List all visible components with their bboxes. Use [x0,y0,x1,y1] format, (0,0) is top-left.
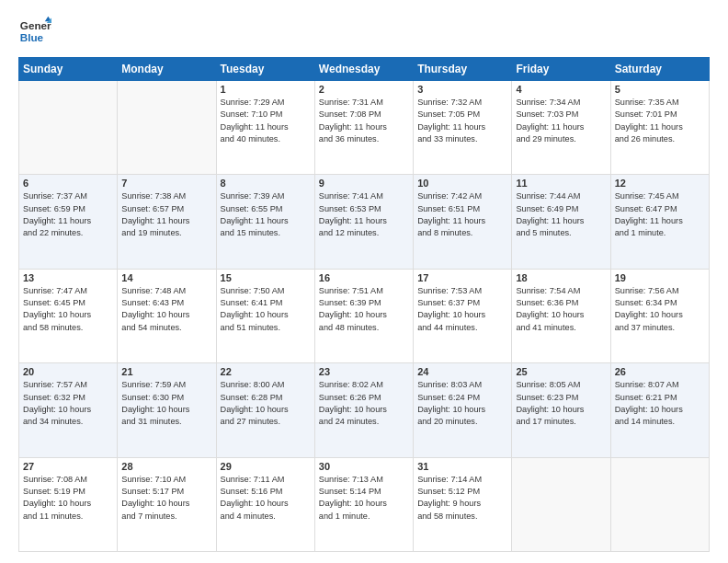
day-info: Sunrise: 7:37 AMSunset: 6:59 PMDaylight:… [23,190,113,239]
day-info: Sunrise: 8:02 AMSunset: 6:26 PMDaylight:… [319,379,409,428]
day-number: 2 [319,84,409,95]
svg-text:Blue: Blue [20,31,44,43]
weekday-header-wednesday: Wednesday [314,58,413,81]
header: General Blue [18,15,710,48]
weekday-header-thursday: Thursday [414,58,512,81]
day-number: 5 [615,84,705,95]
day-info: Sunrise: 7:42 AMSunset: 6:51 PMDaylight:… [417,190,507,239]
calendar-cell: 15Sunrise: 7:50 AMSunset: 6:41 PMDayligh… [216,269,314,362]
weekday-header-saturday: Saturday [610,58,709,81]
day-number: 1 [221,84,311,95]
day-info: Sunrise: 7:53 AMSunset: 6:37 PMDaylight:… [417,285,507,334]
day-info: Sunrise: 8:00 AMSunset: 6:28 PMDaylight:… [221,379,311,428]
calendar-cell: 26Sunrise: 8:07 AMSunset: 6:21 PMDayligh… [610,363,709,457]
day-number: 3 [417,84,507,95]
day-info: Sunrise: 7:45 AMSunset: 6:47 PMDaylight:… [615,190,705,239]
week-row-1: 1Sunrise: 7:29 AMSunset: 7:10 PMDaylight… [19,81,710,175]
week-row-3: 13Sunrise: 7:47 AMSunset: 6:45 PMDayligh… [19,269,710,362]
calendar-cell: 30Sunrise: 7:13 AMSunset: 5:14 PMDayligh… [314,457,413,551]
day-info: Sunrise: 7:44 AMSunset: 6:49 PMDaylight:… [516,190,606,239]
weekday-header-friday: Friday [512,58,610,81]
calendar-cell: 10Sunrise: 7:42 AMSunset: 6:51 PMDayligh… [414,175,512,269]
calendar-cell: 13Sunrise: 7:47 AMSunset: 6:45 PMDayligh… [19,269,118,362]
calendar-cell: 2Sunrise: 7:31 AMSunset: 7:08 PMDaylight… [314,81,413,175]
logo-icon: General Blue [18,15,51,48]
calendar-cell [610,457,709,551]
week-row-5: 27Sunrise: 7:08 AMSunset: 5:19 PMDayligh… [19,457,710,551]
day-number: 19 [615,272,705,283]
calendar-cell: 24Sunrise: 8:03 AMSunset: 6:24 PMDayligh… [414,363,512,457]
day-info: Sunrise: 7:14 AMSunset: 5:12 PMDaylight:… [417,474,507,523]
day-info: Sunrise: 7:13 AMSunset: 5:14 PMDaylight:… [319,474,409,523]
calendar-cell: 22Sunrise: 8:00 AMSunset: 6:28 PMDayligh… [216,363,314,457]
calendar-cell: 14Sunrise: 7:48 AMSunset: 6:43 PMDayligh… [118,269,216,362]
calendar-cell: 4Sunrise: 7:34 AMSunset: 7:03 PMDaylight… [512,81,610,175]
calendar-cell [512,457,610,551]
day-number: 22 [221,366,311,377]
calendar-cell: 1Sunrise: 7:29 AMSunset: 7:10 PMDaylight… [216,81,314,175]
day-number: 25 [516,366,606,377]
day-number: 9 [319,178,409,189]
calendar-cell: 31Sunrise: 7:14 AMSunset: 5:12 PMDayligh… [414,457,512,551]
page: General Blue SundayMondayTuesdayWednesda… [0,0,728,563]
weekday-header-monday: Monday [118,58,216,81]
weekday-header-sunday: Sunday [19,58,118,81]
day-info: Sunrise: 8:07 AMSunset: 6:21 PMDaylight:… [615,379,705,428]
calendar-cell: 7Sunrise: 7:38 AMSunset: 6:57 PMDaylight… [118,175,216,269]
calendar-cell: 8Sunrise: 7:39 AMSunset: 6:55 PMDaylight… [216,175,314,269]
day-number: 31 [417,461,507,472]
day-number: 12 [615,178,705,189]
day-info: Sunrise: 7:56 AMSunset: 6:34 PMDaylight:… [615,285,705,334]
weekday-header-tuesday: Tuesday [216,58,314,81]
day-number: 20 [23,366,113,377]
calendar-cell: 12Sunrise: 7:45 AMSunset: 6:47 PMDayligh… [610,175,709,269]
calendar-cell: 29Sunrise: 7:11 AMSunset: 5:16 PMDayligh… [216,457,314,551]
week-row-4: 20Sunrise: 7:57 AMSunset: 6:32 PMDayligh… [19,363,710,457]
calendar-cell: 9Sunrise: 7:41 AMSunset: 6:53 PMDaylight… [314,175,413,269]
calendar-cell: 5Sunrise: 7:35 AMSunset: 7:01 PMDaylight… [610,81,709,175]
day-number: 30 [319,461,409,472]
calendar-cell: 21Sunrise: 7:59 AMSunset: 6:30 PMDayligh… [118,363,216,457]
day-number: 8 [221,178,311,189]
day-info: Sunrise: 7:39 AMSunset: 6:55 PMDaylight:… [221,190,311,239]
day-number: 27 [23,461,113,472]
day-info: Sunrise: 7:08 AMSunset: 5:19 PMDaylight:… [23,474,113,523]
day-info: Sunrise: 8:05 AMSunset: 6:23 PMDaylight:… [516,379,606,428]
calendar-cell: 17Sunrise: 7:53 AMSunset: 6:37 PMDayligh… [414,269,512,362]
calendar-table: SundayMondayTuesdayWednesdayThursdayFrid… [18,57,710,552]
day-number: 16 [319,272,409,283]
day-number: 15 [221,272,311,283]
day-info: Sunrise: 7:34 AMSunset: 7:03 PMDaylight:… [516,97,606,145]
day-number: 28 [121,461,211,472]
day-info: Sunrise: 7:41 AMSunset: 6:53 PMDaylight:… [319,190,409,239]
day-info: Sunrise: 7:10 AMSunset: 5:17 PMDaylight:… [121,474,211,523]
calendar-cell: 3Sunrise: 7:32 AMSunset: 7:05 PMDaylight… [414,81,512,175]
logo: General Blue [18,15,51,48]
day-info: Sunrise: 7:54 AMSunset: 6:36 PMDaylight:… [516,285,606,334]
day-info: Sunrise: 7:31 AMSunset: 7:08 PMDaylight:… [319,97,409,145]
calendar-cell: 11Sunrise: 7:44 AMSunset: 6:49 PMDayligh… [512,175,610,269]
week-row-2: 6Sunrise: 7:37 AMSunset: 6:59 PMDaylight… [19,175,710,269]
day-info: Sunrise: 7:48 AMSunset: 6:43 PMDaylight:… [121,285,211,334]
calendar-cell: 19Sunrise: 7:56 AMSunset: 6:34 PMDayligh… [610,269,709,362]
calendar-cell [118,81,216,175]
day-info: Sunrise: 7:57 AMSunset: 6:32 PMDaylight:… [23,379,113,428]
day-number: 6 [23,178,113,189]
calendar-cell: 25Sunrise: 8:05 AMSunset: 6:23 PMDayligh… [512,363,610,457]
day-number: 26 [615,366,705,377]
day-number: 7 [121,178,211,189]
calendar-cell: 16Sunrise: 7:51 AMSunset: 6:39 PMDayligh… [314,269,413,362]
day-number: 17 [417,272,507,283]
day-number: 29 [221,461,311,472]
calendar-cell: 6Sunrise: 7:37 AMSunset: 6:59 PMDaylight… [19,175,118,269]
day-info: Sunrise: 7:47 AMSunset: 6:45 PMDaylight:… [23,285,113,334]
day-info: Sunrise: 7:11 AMSunset: 5:16 PMDaylight:… [221,474,311,523]
day-number: 13 [23,272,113,283]
day-info: Sunrise: 7:51 AMSunset: 6:39 PMDaylight:… [319,285,409,334]
day-number: 14 [121,272,211,283]
day-info: Sunrise: 7:59 AMSunset: 6:30 PMDaylight:… [121,379,211,428]
weekday-header-row: SundayMondayTuesdayWednesdayThursdayFrid… [19,58,710,81]
calendar-cell: 28Sunrise: 7:10 AMSunset: 5:17 PMDayligh… [118,457,216,551]
calendar-cell [19,81,118,175]
day-number: 24 [417,366,507,377]
